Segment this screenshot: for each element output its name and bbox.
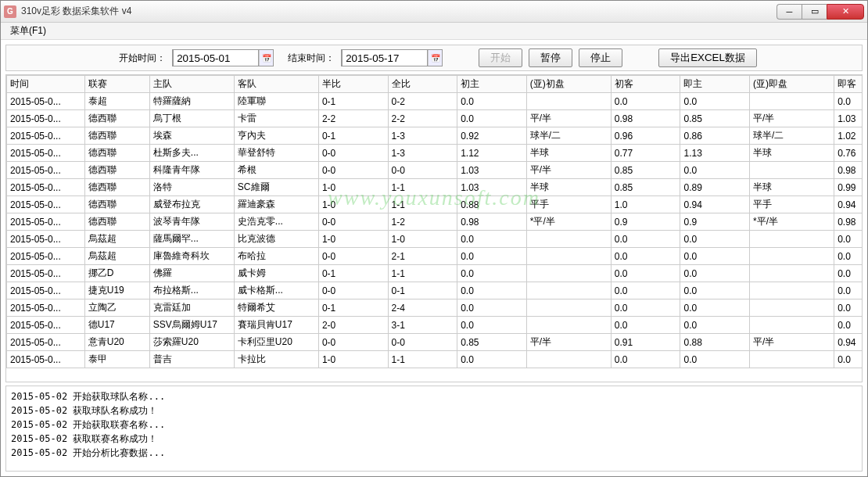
table-cell: 羅迪豪森 (234, 196, 318, 213)
export-excel-button[interactable]: 导出EXCEL数据 (658, 48, 757, 67)
start-date-picker[interactable]: 📅 (172, 49, 274, 66)
table-cell: 1-1 (388, 351, 457, 368)
close-button[interactable]: ✕ (827, 4, 864, 20)
table-row[interactable]: 2015-05-0...德西聯烏丁根卡雷2-22-20.0平/半0.980.85… (7, 110, 863, 127)
table-cell (750, 299, 834, 317)
table-cell: 2015-05-0... (7, 93, 85, 110)
table-row[interactable]: 2015-05-0...德U17SSV烏爾姆U17賽瑞貝肯U172-03-10.… (7, 317, 863, 334)
column-header[interactable]: 即客 (834, 76, 862, 93)
column-header[interactable]: 客队 (234, 76, 318, 93)
table-row[interactable]: 2015-05-0...泰甲普吉卡拉比1-01-10.00.00.00.00.0… (7, 351, 863, 368)
column-header[interactable]: 初主 (457, 76, 527, 93)
table-cell: 德西聯 (84, 162, 149, 179)
toolbar: 开始时间： 📅 结束时间： 📅 开始 暂停 停止 导出EXCEL数据 (5, 45, 863, 71)
table-row[interactable]: 2015-05-0...烏茲超庫魯維奇科坎布哈拉0-02-10.00.00.00… (7, 248, 863, 265)
table-cell: 0.0 (457, 351, 527, 368)
table-row[interactable]: 2015-05-0...德西聯杜斯多夫...華登舒特0-01-31.12半球0.… (7, 145, 863, 162)
app-icon: G (4, 5, 16, 18)
table-cell: 2-2 (388, 110, 457, 127)
table-cell: 0-0 (388, 162, 457, 179)
calendar-icon[interactable]: 📅 (428, 50, 442, 66)
calendar-icon[interactable]: 📅 (259, 50, 273, 66)
table-cell: 2015-05-0... (7, 351, 85, 368)
table-cell: 0-1 (318, 127, 388, 145)
column-header[interactable]: (亚)即盘 (750, 76, 834, 93)
column-header[interactable]: 时间 (7, 76, 85, 93)
start-button[interactable]: 开始 (479, 48, 522, 67)
table-cell: 卡拉比 (234, 351, 318, 368)
maximize-button[interactable]: ▭ (802, 4, 827, 20)
table-cell: 杜斯多夫... (149, 145, 234, 162)
table-row[interactable]: 2015-05-0...德西聯波琴青年隊史浩克零...0-01-20.98*平/… (7, 213, 863, 231)
table-cell (526, 231, 611, 248)
table-cell: 0-0 (318, 213, 388, 231)
log-line: 2015-05-02 获取球队名称成功！ (11, 403, 857, 418)
table-cell (750, 317, 834, 334)
table-row[interactable]: 2015-05-0...泰超特羅薩納陸軍聯0-10-20.00.00.00.00… (7, 93, 863, 110)
table-row[interactable]: 2015-05-0...意青U20莎索羅U20卡利亞里U200-00-00.85… (7, 334, 863, 351)
table-cell: 0.9 (611, 213, 680, 231)
table-row[interactable]: 2015-05-0...挪乙D佛羅威卡姆0-11-10.00.00.00.00.… (7, 265, 863, 282)
column-header[interactable]: 主队 (149, 76, 234, 93)
table-row[interactable]: 2015-05-0...德西聯洛特SC維爾1-01-11.03半球0.850.8… (7, 179, 863, 196)
table-cell: 布哈拉 (234, 248, 318, 265)
table-row[interactable]: 2015-05-0...德西聯威登布拉克羅迪豪森1-01-10.88平手1.00… (7, 196, 863, 213)
column-header[interactable]: 全比 (388, 76, 457, 93)
table-cell: 卡利亞里U20 (234, 334, 318, 351)
table-cell: 1-3 (388, 145, 457, 162)
stop-button[interactable]: 停止 (579, 48, 622, 67)
table-cell: 平/半 (750, 110, 834, 127)
table-cell: 0.0 (457, 265, 527, 282)
table-cell: 0.88 (457, 196, 527, 213)
end-date-input[interactable] (342, 49, 428, 66)
table-cell: 0.98 (834, 213, 862, 231)
table-cell: 球半/二 (526, 127, 611, 145)
table-row[interactable]: 2015-05-0...捷克U19布拉格斯...威卡格斯...0-00-10.0… (7, 282, 863, 299)
log-panel[interactable]: 2015-05-02 开始获取球队名称...2015-05-02 获取球队名称成… (5, 386, 863, 472)
table-row[interactable]: 2015-05-0...德西聯科隆青年隊希根0-00-01.03平/半0.850… (7, 162, 863, 179)
table-cell: 立陶乙 (84, 299, 149, 317)
minimize-button[interactable]: ─ (777, 4, 802, 20)
table-cell: 平/半 (750, 334, 834, 351)
table-cell: 2015-05-0... (7, 282, 85, 299)
start-date-input[interactable] (173, 49, 259, 66)
data-table: 时间联赛主队客队半比全比初主(亚)初盘初客即主(亚)即盘即客初大(大小)初盘初 … (6, 75, 862, 368)
menu-item[interactable]: 菜单(F1) (5, 23, 51, 39)
table-row[interactable]: 2015-05-0...德西聯埃森亨內夫0-11-30.92球半/二0.960.… (7, 127, 863, 145)
table-row[interactable]: 2015-05-0...烏茲超薩馬爾罕...比克波德1-01-00.00.00.… (7, 231, 863, 248)
table-cell: 平手 (750, 196, 834, 213)
table-cell: 2015-05-0... (7, 179, 85, 196)
table-cell: 0-2 (388, 93, 457, 110)
table-cell: 0-0 (318, 334, 388, 351)
table-cell: 0.0 (611, 248, 680, 265)
table-cell: 2-1 (388, 248, 457, 265)
table-scroll[interactable]: 时间联赛主队客队半比全比初主(亚)初盘初客即主(亚)即盘即客初大(大小)初盘初 … (6, 75, 862, 382)
pause-button[interactable]: 暂停 (529, 48, 572, 67)
table-row[interactable]: 2015-05-0...立陶乙克雷廷加特爾希艾0-12-40.00.00.00.… (7, 299, 863, 317)
table-cell: 0.94 (834, 196, 862, 213)
table-cell: 0.0 (457, 317, 527, 334)
column-header[interactable]: 即主 (680, 76, 750, 93)
table-cell: 0.0 (834, 317, 862, 334)
table-cell: 挪乙D (84, 265, 149, 282)
column-header[interactable]: 半比 (318, 76, 388, 93)
table-cell: 2015-05-0... (7, 145, 85, 162)
table-cell: 半球 (750, 179, 834, 196)
column-header[interactable]: (亚)初盘 (526, 76, 611, 93)
table-cell: 陸軍聯 (234, 93, 318, 110)
table-cell: 德西聯 (84, 179, 149, 196)
column-header[interactable]: 初客 (611, 76, 680, 93)
table-cell: 1-0 (318, 231, 388, 248)
table-cell: 半球 (526, 179, 611, 196)
table-cell: 0.0 (611, 265, 680, 282)
content-area: 开始时间： 📅 结束时间： 📅 开始 暂停 停止 导出EXCEL数据 时间联赛主… (1, 40, 867, 476)
start-time-label: 开始时间： (119, 52, 166, 65)
table-cell: 0.0 (457, 231, 527, 248)
table-cell (750, 93, 834, 110)
table-cell: 平手 (526, 196, 611, 213)
column-header[interactable]: 联赛 (84, 76, 149, 93)
table-cell: 半球 (750, 145, 834, 162)
table-cell: 0.77 (611, 145, 680, 162)
end-date-picker[interactable]: 📅 (341, 49, 443, 66)
table-cell: 0.0 (680, 317, 750, 334)
